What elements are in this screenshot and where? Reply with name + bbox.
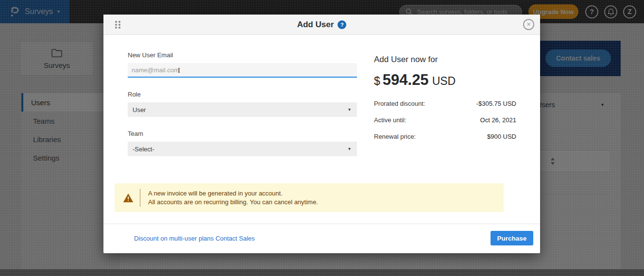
pricing-summary: Add User now for $ 594.25 USD Prorated d… bbox=[374, 55, 516, 149]
price-line: $ 594.25 USD bbox=[374, 71, 516, 89]
role-select-value: User bbox=[133, 106, 146, 114]
warning-divider bbox=[140, 189, 140, 207]
pricing-heading: Add User now for bbox=[374, 55, 516, 65]
app-frame: Surveys ▾ Upgrade Now ? Z Contact sales … bbox=[0, 0, 644, 276]
chevron-down-icon: ▾ bbox=[348, 146, 351, 151]
currency-code: USD bbox=[432, 75, 456, 88]
close-icon[interactable]: ✕ bbox=[523, 19, 534, 30]
contact-sales-link[interactable]: Discount on multi-user plans Contact Sal… bbox=[134, 235, 255, 242]
role-select[interactable]: User ▾ bbox=[128, 102, 357, 117]
dialog-header: Add User ? ✕ bbox=[103, 15, 540, 35]
chevron-down-icon: ▾ bbox=[348, 107, 351, 112]
invoice-warning: A new invoice will be generated in your … bbox=[115, 183, 504, 212]
team-select-value: -Select- bbox=[133, 146, 154, 153]
pricing-rows: Prorated discount: -$305.75 USD Active u… bbox=[374, 100, 516, 140]
dialog-footer: Discount on multi-user plans Contact Sal… bbox=[103, 224, 540, 253]
dialog-title: Add User bbox=[297, 20, 334, 30]
add-user-form: New User Email I Role User ▾ Team -Selec… bbox=[128, 51, 357, 169]
warning-line-1: A new invoice will be generated in your … bbox=[148, 189, 318, 198]
warning-line-2: All accounts are on recurring billing. Y… bbox=[148, 198, 318, 207]
team-label: Team bbox=[128, 130, 357, 137]
email-field[interactable] bbox=[128, 63, 357, 78]
pricing-row-prorated: Prorated discount: -$305.75 USD bbox=[374, 100, 516, 107]
warning-text: A new invoice will be generated in your … bbox=[148, 189, 318, 206]
dialog-help-icon[interactable]: ? bbox=[338, 20, 346, 29]
price-amount: 594.25 bbox=[383, 71, 429, 89]
email-field-wrap: I bbox=[128, 63, 357, 78]
add-user-dialog: Add User ? ✕ New User Email I Role User … bbox=[103, 15, 540, 253]
currency-symbol: $ bbox=[374, 75, 380, 88]
team-select[interactable]: -Select- ▾ bbox=[128, 142, 357, 156]
warning-icon bbox=[123, 193, 134, 203]
email-label: New User Email bbox=[128, 51, 357, 59]
drag-handle-icon[interactable] bbox=[115, 21, 120, 29]
role-label: Role bbox=[128, 91, 357, 98]
pricing-row-active-until: Active until: Oct 26, 2021 bbox=[374, 116, 516, 124]
pricing-row-renewal: Renewal price: $900 USD bbox=[374, 133, 516, 140]
purchase-button[interactable]: Purchase bbox=[491, 231, 533, 245]
